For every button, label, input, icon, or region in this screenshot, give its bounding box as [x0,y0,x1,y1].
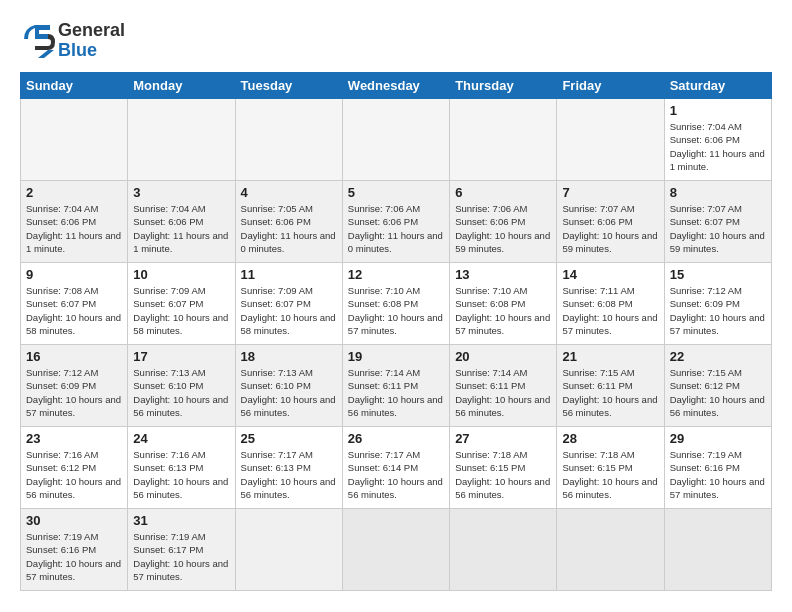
calendar-day-cell: 1Sunrise: 7:04 AMSunset: 6:06 PMDaylight… [664,99,771,181]
day-info: Sunrise: 7:04 AMSunset: 6:06 PMDaylight:… [670,120,766,173]
calendar-day-header: Sunday [21,73,128,99]
day-info: Sunrise: 7:11 AMSunset: 6:08 PMDaylight:… [562,284,658,337]
day-number: 28 [562,431,658,446]
calendar-day-cell [664,509,771,591]
day-info: Sunrise: 7:06 AMSunset: 6:06 PMDaylight:… [348,202,444,255]
calendar-day-cell: 23Sunrise: 7:16 AMSunset: 6:12 PMDayligh… [21,427,128,509]
calendar-day-cell [450,99,557,181]
day-info: Sunrise: 7:06 AMSunset: 6:06 PMDaylight:… [455,202,551,255]
calendar-day-header: Saturday [664,73,771,99]
calendar-week-row: 23Sunrise: 7:16 AMSunset: 6:12 PMDayligh… [21,427,772,509]
day-info: Sunrise: 7:19 AMSunset: 6:17 PMDaylight:… [133,530,229,583]
calendar-day-cell [235,509,342,591]
calendar-day-cell [235,99,342,181]
day-number: 15 [670,267,766,282]
day-info: Sunrise: 7:16 AMSunset: 6:13 PMDaylight:… [133,448,229,501]
calendar-day-cell: 20Sunrise: 7:14 AMSunset: 6:11 PMDayligh… [450,345,557,427]
calendar-day-cell: 24Sunrise: 7:16 AMSunset: 6:13 PMDayligh… [128,427,235,509]
day-number: 24 [133,431,229,446]
page: General Blue SundayMondayTuesdayWednesda… [0,0,792,601]
calendar-day-cell: 7Sunrise: 7:07 AMSunset: 6:06 PMDaylight… [557,181,664,263]
calendar-day-cell: 21Sunrise: 7:15 AMSunset: 6:11 PMDayligh… [557,345,664,427]
day-number: 17 [133,349,229,364]
calendar-day-cell: 26Sunrise: 7:17 AMSunset: 6:14 PMDayligh… [342,427,449,509]
calendar-week-row: 2Sunrise: 7:04 AMSunset: 6:06 PMDaylight… [21,181,772,263]
calendar-week-row: 9Sunrise: 7:08 AMSunset: 6:07 PMDaylight… [21,263,772,345]
day-number: 26 [348,431,444,446]
calendar-day-cell: 18Sunrise: 7:13 AMSunset: 6:10 PMDayligh… [235,345,342,427]
day-info: Sunrise: 7:15 AMSunset: 6:11 PMDaylight:… [562,366,658,419]
calendar-day-cell: 15Sunrise: 7:12 AMSunset: 6:09 PMDayligh… [664,263,771,345]
day-number: 25 [241,431,337,446]
day-number: 16 [26,349,122,364]
calendar-day-cell: 30Sunrise: 7:19 AMSunset: 6:16 PMDayligh… [21,509,128,591]
day-info: Sunrise: 7:09 AMSunset: 6:07 PMDaylight:… [241,284,337,337]
calendar-day-cell: 9Sunrise: 7:08 AMSunset: 6:07 PMDaylight… [21,263,128,345]
day-info: Sunrise: 7:05 AMSunset: 6:06 PMDaylight:… [241,202,337,255]
calendar-table: SundayMondayTuesdayWednesdayThursdayFrid… [20,72,772,591]
day-info: Sunrise: 7:09 AMSunset: 6:07 PMDaylight:… [133,284,229,337]
day-number: 27 [455,431,551,446]
day-info: Sunrise: 7:10 AMSunset: 6:08 PMDaylight:… [348,284,444,337]
day-info: Sunrise: 7:04 AMSunset: 6:06 PMDaylight:… [133,202,229,255]
day-info: Sunrise: 7:12 AMSunset: 6:09 PMDaylight:… [26,366,122,419]
day-number: 13 [455,267,551,282]
calendar-day-cell: 22Sunrise: 7:15 AMSunset: 6:12 PMDayligh… [664,345,771,427]
calendar-day-cell: 6Sunrise: 7:06 AMSunset: 6:06 PMDaylight… [450,181,557,263]
day-info: Sunrise: 7:19 AMSunset: 6:16 PMDaylight:… [670,448,766,501]
calendar-header-row: SundayMondayTuesdayWednesdayThursdayFrid… [21,73,772,99]
calendar-week-row: 1Sunrise: 7:04 AMSunset: 6:06 PMDaylight… [21,99,772,181]
calendar-day-cell [342,99,449,181]
calendar-day-header: Friday [557,73,664,99]
calendar-day-cell [557,509,664,591]
day-number: 12 [348,267,444,282]
day-number: 5 [348,185,444,200]
day-info: Sunrise: 7:12 AMSunset: 6:09 PMDaylight:… [670,284,766,337]
day-number: 21 [562,349,658,364]
calendar-day-cell: 29Sunrise: 7:19 AMSunset: 6:16 PMDayligh… [664,427,771,509]
calendar-day-header: Thursday [450,73,557,99]
day-info: Sunrise: 7:04 AMSunset: 6:06 PMDaylight:… [26,202,122,255]
calendar-day-cell: 4Sunrise: 7:05 AMSunset: 6:06 PMDaylight… [235,181,342,263]
calendar-day-cell: 11Sunrise: 7:09 AMSunset: 6:07 PMDayligh… [235,263,342,345]
calendar-day-cell [128,99,235,181]
logo: General Blue [20,20,125,62]
calendar-day-cell: 19Sunrise: 7:14 AMSunset: 6:11 PMDayligh… [342,345,449,427]
calendar-day-header: Tuesday [235,73,342,99]
day-info: Sunrise: 7:19 AMSunset: 6:16 PMDaylight:… [26,530,122,583]
header: General Blue [20,20,772,62]
calendar-day-header: Monday [128,73,235,99]
logo-general-text: General [58,21,125,41]
calendar-day-cell: 17Sunrise: 7:13 AMSunset: 6:10 PMDayligh… [128,345,235,427]
day-info: Sunrise: 7:17 AMSunset: 6:14 PMDaylight:… [348,448,444,501]
day-number: 1 [670,103,766,118]
calendar-day-cell [450,509,557,591]
calendar-week-row: 30Sunrise: 7:19 AMSunset: 6:16 PMDayligh… [21,509,772,591]
day-info: Sunrise: 7:08 AMSunset: 6:07 PMDaylight:… [26,284,122,337]
day-info: Sunrise: 7:18 AMSunset: 6:15 PMDaylight:… [562,448,658,501]
calendar-day-cell [342,509,449,591]
logo-blue-text: Blue [58,41,125,61]
day-info: Sunrise: 7:18 AMSunset: 6:15 PMDaylight:… [455,448,551,501]
day-info: Sunrise: 7:17 AMSunset: 6:13 PMDaylight:… [241,448,337,501]
day-info: Sunrise: 7:07 AMSunset: 6:06 PMDaylight:… [562,202,658,255]
calendar-day-cell: 25Sunrise: 7:17 AMSunset: 6:13 PMDayligh… [235,427,342,509]
calendar-day-cell: 10Sunrise: 7:09 AMSunset: 6:07 PMDayligh… [128,263,235,345]
calendar-week-row: 16Sunrise: 7:12 AMSunset: 6:09 PMDayligh… [21,345,772,427]
calendar-day-cell: 12Sunrise: 7:10 AMSunset: 6:08 PMDayligh… [342,263,449,345]
day-number: 23 [26,431,122,446]
calendar-day-cell: 28Sunrise: 7:18 AMSunset: 6:15 PMDayligh… [557,427,664,509]
day-number: 6 [455,185,551,200]
day-number: 14 [562,267,658,282]
day-number: 20 [455,349,551,364]
calendar-day-cell: 3Sunrise: 7:04 AMSunset: 6:06 PMDaylight… [128,181,235,263]
calendar-day-cell: 13Sunrise: 7:10 AMSunset: 6:08 PMDayligh… [450,263,557,345]
day-number: 29 [670,431,766,446]
day-number: 8 [670,185,766,200]
calendar-day-cell: 5Sunrise: 7:06 AMSunset: 6:06 PMDaylight… [342,181,449,263]
day-number: 11 [241,267,337,282]
day-number: 7 [562,185,658,200]
calendar-day-cell: 14Sunrise: 7:11 AMSunset: 6:08 PMDayligh… [557,263,664,345]
day-info: Sunrise: 7:15 AMSunset: 6:12 PMDaylight:… [670,366,766,419]
calendar-day-cell: 16Sunrise: 7:12 AMSunset: 6:09 PMDayligh… [21,345,128,427]
